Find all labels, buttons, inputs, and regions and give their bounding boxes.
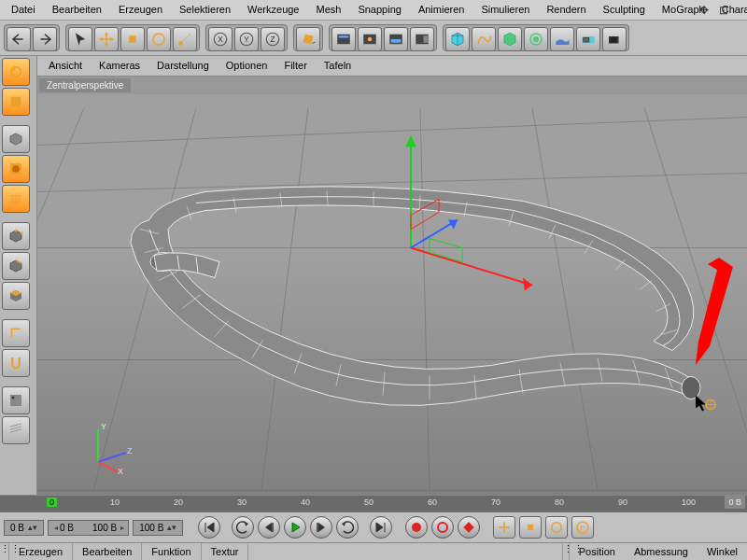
goto-end-button[interactable] (370, 516, 392, 539)
axis-tool[interactable] (2, 319, 30, 347)
svg-line-78 (411, 248, 532, 286)
light-button[interactable] (602, 27, 627, 51)
environment-button[interactable] (550, 27, 574, 51)
soft-select-tool[interactable] (2, 386, 30, 414)
menu-animieren[interactable]: Animieren (411, 0, 472, 20)
bottom-tab-textur[interactable]: Textur (202, 543, 249, 560)
attr-position-label: Position (570, 543, 625, 560)
render-settings-button[interactable] (410, 27, 434, 51)
menu-datei[interactable]: Datei (4, 0, 43, 20)
undo-button[interactable] (7, 27, 31, 51)
svg-point-32 (12, 397, 15, 399)
deformer-button[interactable] (524, 27, 548, 51)
primitive-cube-button[interactable] (445, 27, 470, 51)
z-axis-button[interactable]: Z (261, 27, 285, 51)
viewport-3d[interactable]: Y Z X (37, 94, 747, 495)
bottom-tab-bearbeiten[interactable]: Bearbeiten (73, 543, 142, 560)
svg-rect-0 (129, 35, 136, 43)
render-view-button[interactable] (331, 27, 356, 51)
svg-point-77 (682, 377, 700, 399)
render-picture-button[interactable] (384, 27, 408, 51)
snap-tool[interactable] (2, 349, 30, 377)
svg-text:P: P (581, 524, 585, 532)
goto-start-button[interactable] (198, 516, 220, 539)
autokey-button[interactable] (431, 516, 454, 539)
coord-system-button[interactable] (296, 27, 320, 51)
model-mode-button[interactable] (2, 88, 30, 116)
workplane-mode-button[interactable] (2, 185, 30, 213)
next-frame-button[interactable] (310, 516, 332, 539)
range-end-field[interactable]: 100 B▴▾ (133, 520, 183, 536)
live-select-tool[interactable] (2, 58, 30, 86)
camera-button[interactable] (576, 27, 600, 51)
viewmenu-kameras[interactable]: Kameras (92, 58, 148, 74)
menu-snapping[interactable]: Snapping (350, 0, 409, 20)
svg-point-23 (611, 37, 616, 43)
svg-line-39 (420, 108, 430, 491)
key-rotate-button[interactable] (545, 516, 568, 539)
menu-rendern[interactable]: Rendern (539, 0, 593, 20)
key-move-button[interactable] (493, 516, 515, 539)
viewport-nav-icon[interactable]: ✥ ⊡ (692, 2, 740, 19)
scale-tool[interactable] (120, 27, 145, 51)
viewmenu-tafeln[interactable]: Tafeln (317, 58, 359, 74)
prev-key-button[interactable] (232, 516, 254, 539)
polygon-mode-button[interactable] (2, 282, 30, 310)
object-mode-button[interactable] (2, 125, 30, 153)
viewmenu-optionen[interactable]: Optionen (218, 58, 275, 74)
prev-frame-button[interactable] (258, 516, 280, 539)
next-key-button[interactable] (336, 516, 359, 539)
key-scale-button[interactable] (519, 516, 542, 539)
move-tool[interactable] (94, 27, 119, 51)
svg-point-13 (368, 37, 373, 42)
svg-text:Z: Z (127, 446, 133, 455)
svg-rect-98 (464, 522, 474, 532)
y-axis-button[interactable]: Y (234, 27, 259, 51)
svg-point-2 (178, 41, 183, 46)
attr-winkel-label: Winkel (698, 543, 747, 560)
svg-line-40 (532, 108, 598, 491)
keyframe-sel-button[interactable] (458, 516, 480, 539)
menu-erzeugen[interactable]: Erzeugen (111, 0, 170, 20)
menu-bearbeiten[interactable]: Bearbeiten (45, 0, 109, 20)
svg-text:X: X (118, 467, 123, 476)
time-ruler[interactable]: 0 10 20 30 40 50 60 70 80 90 100 0 B (0, 496, 747, 512)
svg-point-19 (533, 36, 539, 42)
viewmenu-darstellung[interactable]: Darstellung (149, 58, 217, 74)
texture-mode-button[interactable] (2, 155, 30, 183)
edge-mode-button[interactable] (2, 252, 30, 280)
svg-text:Y: Y (244, 35, 249, 44)
redo-button[interactable] (33, 27, 57, 51)
bottom-tab-erzeugen[interactable]: Erzeugen (9, 543, 73, 560)
spline-button[interactable] (472, 27, 496, 51)
point-mode-button[interactable] (2, 222, 30, 250)
current-frame-field[interactable]: 0 B▴▾ (4, 520, 44, 536)
svg-rect-15 (391, 39, 402, 43)
svg-rect-21 (584, 38, 589, 43)
last-tool[interactable] (173, 27, 197, 51)
x-axis-button[interactable]: X (208, 27, 233, 51)
svg-rect-17 (424, 35, 429, 43)
svg-point-100 (552, 523, 562, 533)
record-button[interactable] (405, 516, 428, 539)
svg-point-96 (412, 523, 421, 532)
render-region-button[interactable] (358, 27, 382, 51)
key-param-button[interactable]: P (571, 516, 594, 539)
menu-mesh[interactable]: Mesh (308, 0, 348, 20)
viewmenu-ansicht[interactable]: Ansicht (41, 58, 90, 74)
menu-werkzeuge[interactable]: Werkzeuge (240, 0, 306, 20)
play-button[interactable] (284, 516, 306, 539)
menu-selektieren[interactable]: Selektieren (172, 0, 238, 20)
range-start-field[interactable]: ◂0 B100 B▸ (48, 520, 129, 536)
rotate-tool[interactable] (147, 27, 171, 51)
viewport-content (37, 94, 747, 495)
svg-point-28 (12, 165, 20, 173)
menu-simulieren[interactable]: Simulieren (473, 0, 537, 20)
tweak-tool[interactable] (2, 416, 30, 444)
menu-sculpting[interactable]: Sculpting (596, 0, 653, 20)
svg-line-71 (640, 281, 652, 290)
select-tool[interactable] (68, 27, 92, 51)
viewmenu-filter[interactable]: Filter (276, 58, 314, 74)
bottom-tab-funktion[interactable]: Funktion (142, 543, 201, 560)
generator-button[interactable] (498, 27, 522, 51)
